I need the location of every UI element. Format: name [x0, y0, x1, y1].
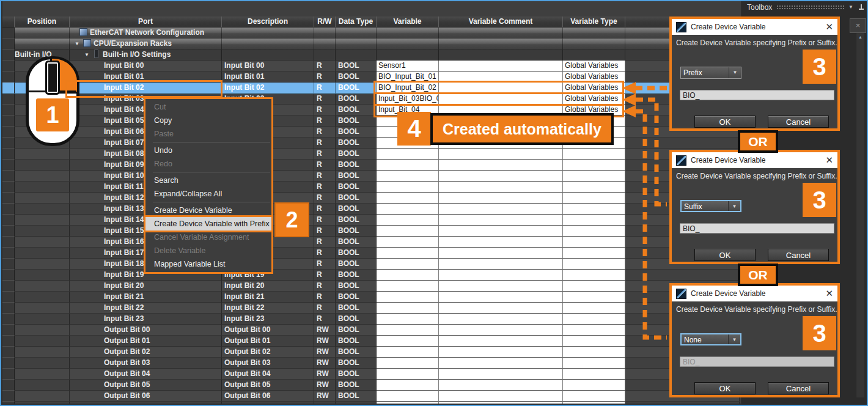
io-row[interactable]: Input Bit 06Input Bit 06RBOOL	[2, 127, 740, 138]
comment-cell[interactable]	[439, 281, 563, 292]
port-cell[interactable]: Output Bit 00	[70, 325, 222, 336]
row-header-cell[interactable]	[2, 281, 15, 292]
variable-cell[interactable]	[377, 204, 439, 215]
variable-cell[interactable]	[377, 402, 439, 404]
io-row[interactable]: Input Bit 16Input Bit 16RBOOL	[2, 237, 740, 248]
io-row[interactable]: Input Bit 19Input Bit 19RBOOL	[2, 270, 740, 281]
variable-cell[interactable]	[377, 292, 439, 303]
row-header-cell[interactable]	[2, 259, 15, 270]
variable-cell[interactable]	[377, 369, 439, 380]
column-header-blank[interactable]	[2, 17, 15, 28]
tree-expand-icon[interactable]: ▼	[75, 39, 83, 49]
row-header-cell[interactable]	[2, 116, 15, 127]
toolbox-pin-icon[interactable]	[858, 4, 864, 11]
comment-cell[interactable]	[439, 270, 563, 281]
comment-cell[interactable]	[439, 325, 563, 336]
cancel-button[interactable]: Cancel	[768, 249, 829, 261]
scroll-up-icon[interactable]: ▲	[856, 33, 864, 39]
io-row[interactable]: Input Bit 05Input Bit 05RBOOL	[2, 116, 740, 127]
row-header-cell[interactable]	[2, 204, 15, 215]
comment-cell[interactable]	[439, 259, 563, 270]
port-cell[interactable]: Output Bit 02	[70, 347, 222, 358]
column-header-Variable[interactable]: Variable	[377, 17, 439, 28]
variable-cell[interactable]	[377, 182, 439, 193]
comment-cell[interactable]	[439, 149, 563, 160]
tree-expand-icon[interactable]: ▼	[84, 50, 93, 60]
toolbox-scrollbar[interactable]: ▲	[856, 33, 864, 397]
menu-item-search[interactable]: Search	[145, 174, 271, 187]
row-header-cell[interactable]	[2, 39, 15, 50]
column-header-Variable Comment[interactable]: Variable Comment	[439, 17, 563, 28]
io-row[interactable]: Input Bit 23Input Bit 23RBOOL	[2, 314, 740, 325]
comment-cell[interactable]	[439, 314, 563, 325]
row-header-cell[interactable]	[2, 391, 15, 402]
vartype-cell[interactable]	[563, 380, 625, 391]
variable-cell[interactable]	[377, 193, 439, 204]
vartype-cell[interactable]	[563, 369, 625, 380]
io-row[interactable]: Input Bit 11Input Bit 11RBOOL	[2, 182, 740, 193]
vartype-cell[interactable]	[563, 215, 625, 226]
row-header-cell[interactable]	[2, 171, 15, 182]
io-row[interactable]: Output Bit 02Output Bit 02RWBOOL	[2, 347, 740, 358]
comment-cell[interactable]	[439, 204, 563, 215]
dropdown-arrow-icon[interactable]: ▼	[728, 334, 740, 344]
row-header-cell[interactable]	[2, 226, 15, 237]
vartype-cell[interactable]	[563, 402, 625, 404]
toolbox-dropdown-icon[interactable]: ▼	[848, 4, 853, 10]
row-header-cell[interactable]	[2, 358, 15, 369]
prefix-suffix-dropdown[interactable]: Suffix▼	[680, 200, 741, 212]
vartype-cell[interactable]	[563, 314, 625, 325]
row-header-cell[interactable]	[2, 369, 15, 380]
comment-cell[interactable]	[439, 226, 563, 237]
dialog-close-icon[interactable]: ✕	[825, 288, 833, 299]
tree-row[interactable]: EtherCAT Network Configuration	[2, 28, 740, 39]
menu-item-copy[interactable]: Copy	[145, 114, 271, 127]
variable-cell[interactable]	[377, 149, 439, 160]
variable-cell[interactable]	[377, 281, 439, 292]
dialog-close-icon[interactable]: ✕	[825, 155, 833, 166]
comment-cell[interactable]	[439, 303, 563, 314]
comment-cell[interactable]	[439, 182, 563, 193]
row-header-cell[interactable]	[2, 127, 15, 138]
variable-cell[interactable]	[377, 314, 439, 325]
row-header-cell[interactable]	[2, 248, 15, 259]
comment-cell[interactable]	[439, 171, 563, 182]
vartype-cell[interactable]: Global Variables	[563, 61, 625, 72]
row-header-cell[interactable]	[2, 303, 15, 314]
vartype-cell[interactable]	[563, 204, 625, 215]
row-header-cell[interactable]	[2, 314, 15, 325]
io-row[interactable]: Output Bit 07Output Bit 07RWBOOL	[2, 402, 740, 404]
vartype-cell[interactable]	[563, 259, 625, 270]
variable-cell[interactable]	[377, 391, 439, 402]
column-header-Variable Type[interactable]: Variable Type	[563, 17, 625, 28]
io-row[interactable]: Input Bit 12Input Bit 12RBOOL	[2, 193, 740, 204]
row-header-cell[interactable]	[2, 138, 15, 149]
comment-cell[interactable]	[439, 61, 563, 72]
variable-cell[interactable]	[377, 237, 439, 248]
io-row[interactable]: Input Bit 04Input Bit 04RBOOLInput_Bit_0…	[2, 105, 740, 116]
row-header-cell[interactable]	[2, 292, 15, 303]
port-cell[interactable]: Output Bit 01	[70, 336, 222, 347]
column-header-Data Type[interactable]: Data Type	[336, 17, 377, 28]
port-cell[interactable]: Input Bit 21	[70, 292, 222, 303]
comment-cell[interactable]	[439, 215, 563, 226]
port-cell[interactable]: Output Bit 03	[70, 358, 222, 369]
io-row[interactable]: Input Bit 21Input Bit 21RBOOL	[2, 292, 740, 303]
column-header-R/W[interactable]: R/W	[314, 17, 336, 28]
menu-item-create-device-variable-with-prefix[interactable]: Create Device Variable with Prefix	[145, 217, 271, 231]
vartype-cell[interactable]	[563, 347, 625, 358]
variable-cell[interactable]	[377, 215, 439, 226]
menu-item-mapped-variable-list[interactable]: Mapped Variable List	[145, 257, 271, 271]
io-row[interactable]: Input Bit 14Input Bit 14RBOOL	[2, 215, 740, 226]
variable-cell[interactable]	[377, 248, 439, 259]
variable-cell[interactable]	[377, 347, 439, 358]
vartype-cell[interactable]	[563, 303, 625, 314]
row-header-cell[interactable]	[2, 193, 15, 204]
vartype-cell[interactable]	[563, 193, 625, 204]
vartype-cell[interactable]	[563, 160, 625, 171]
row-header-cell[interactable]	[2, 160, 15, 171]
comment-cell[interactable]	[439, 402, 563, 404]
io-row[interactable]: Input Bit 13Input Bit 13RBOOL	[2, 204, 740, 215]
io-row[interactable]: Input Bit 18Input Bit 18RBOOL	[2, 259, 740, 270]
io-row[interactable]: Input Bit 08Input Bit 08RBOOL	[2, 149, 740, 160]
